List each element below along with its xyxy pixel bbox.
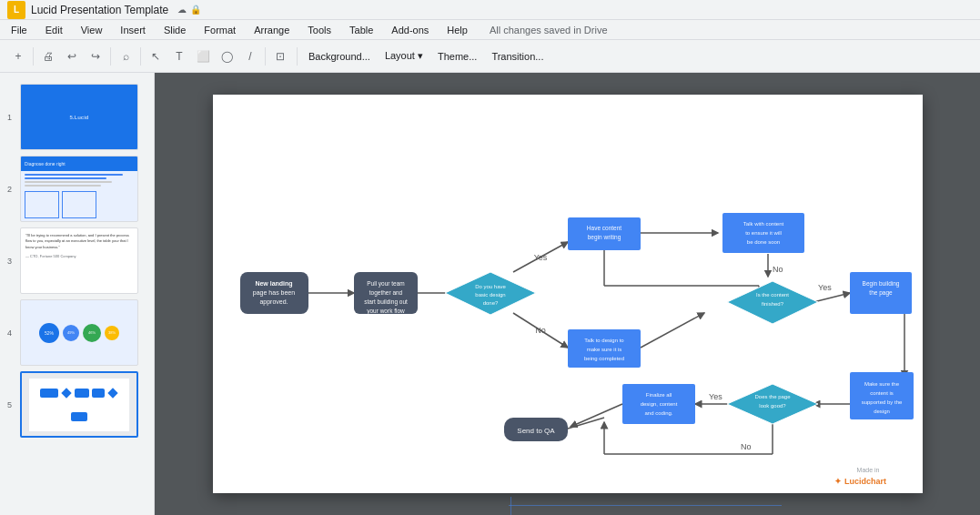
slide4-circle1: 52% (39, 323, 59, 343)
slide5-diamond2 (107, 388, 117, 398)
svg-text:page has been: page has been (252, 289, 294, 297)
svg-text:New landing: New landing (255, 280, 292, 288)
toolbar-layout-btn[interactable]: Layout ▾ (379, 45, 429, 67)
svg-text:Make sure the: Make sure the (864, 381, 899, 387)
svg-text:Talk to design to: Talk to design to (584, 338, 624, 343)
title-bar-icons: ☁ 🔒 (177, 5, 201, 15)
slide5-inner (29, 379, 129, 431)
svg-text:✦ Lucidchart: ✦ Lucidchart (834, 477, 886, 486)
slide-preview-2: Diagnose done right (20, 156, 138, 222)
menu-addons[interactable]: Add-ons (388, 23, 432, 37)
slide3-attribution: — CTO, Fortune 500 Company (25, 254, 133, 258)
slide2-header: Diagnose done right (25, 161, 66, 167)
svg-text:supported by the: supported by the (861, 399, 902, 405)
menu-slide[interactable]: Slide (160, 23, 189, 37)
svg-text:look good?: look good? (759, 403, 786, 409)
menu-arrange[interactable]: Arrange (250, 23, 293, 37)
toolbar-print-btn[interactable]: 🖨 (37, 45, 59, 67)
flowchart-svg: No Yes Yes (213, 95, 923, 493)
menu-format[interactable]: Format (200, 23, 239, 37)
menu-edit[interactable]: Edit (42, 23, 66, 37)
svg-text:Does the page: Does the page (754, 394, 791, 399)
slide-num-5: 5 (7, 400, 12, 409)
svg-text:Finalize all: Finalize all (645, 392, 671, 398)
slide2-line3 (25, 181, 112, 183)
menu-view[interactable]: View (77, 23, 106, 37)
main-content: 1 5.Lucid 2 Diagnose done right (0, 73, 980, 515)
toolbar-undo-btn[interactable]: ↩ (61, 45, 83, 67)
slide2-line4 (25, 185, 101, 187)
svg-text:the page: the page (869, 289, 893, 297)
slide-thumb-1[interactable]: 1 5.Lucid (20, 84, 138, 150)
title-bar: L Lucid Presentation Template ☁ 🔒 (0, 0, 980, 20)
slide-preview-3: "I'll be trying to recommend a solution,… (20, 227, 138, 294)
svg-text:content is: content is (870, 390, 894, 396)
svg-text:Have content: Have content (586, 225, 621, 231)
slide2-line2 (25, 177, 106, 179)
svg-text:Send to QA: Send to QA (517, 427, 555, 435)
slide-thumb-3[interactable]: 3 "I'll be trying to recommend a solutio… (20, 227, 138, 294)
toolbar-text-btn[interactable]: T (168, 45, 190, 67)
canvas-area: No Yes Yes (155, 73, 980, 515)
slide-preview-5 (20, 371, 138, 438)
toolbar-cursor-btn[interactable]: ↖ (145, 45, 167, 67)
toolbar-shape-btn[interactable]: ◯ (216, 45, 237, 67)
slide2-box1 (25, 191, 59, 218)
logo-letter: L (14, 5, 19, 15)
toolbar-line-btn[interactable]: / (239, 45, 261, 67)
toolbar-divider-2 (110, 47, 111, 66)
autosave-status: All changes saved in Drive (490, 25, 608, 35)
toolbar-image-btn[interactable]: ⬜ (192, 45, 214, 67)
toolbar-theme-btn[interactable]: Theme... (432, 45, 482, 67)
menu-help[interactable]: Help (443, 23, 471, 37)
svg-text:No: No (773, 265, 783, 274)
svg-text:design: design (874, 409, 890, 414)
menu-file[interactable]: File (7, 23, 31, 37)
svg-text:begin writing: begin writing (587, 234, 621, 241)
slide-num-2: 2 (7, 185, 12, 194)
toolbar-transition-btn[interactable]: Transition... (486, 45, 549, 67)
svg-text:approved.: approved. (259, 298, 288, 306)
slide4-circle4: 38% (105, 326, 119, 340)
menu-table[interactable]: Table (346, 23, 377, 37)
toolbar-expand-btn[interactable]: ⊡ (269, 45, 291, 67)
toolbar-divider-3 (140, 47, 141, 66)
svg-text:design, content: design, content (640, 401, 677, 407)
svg-text:make sure it is: make sure it is (586, 347, 621, 352)
svg-text:No: No (535, 326, 546, 335)
slide-num-3: 3 (7, 257, 12, 266)
svg-text:No: No (741, 442, 752, 451)
toolbar-divider-4 (265, 47, 266, 66)
toolbar-plus-btn[interactable]: + (7, 45, 29, 67)
svg-text:Do you have: Do you have (475, 284, 506, 289)
svg-text:be done soon: be done soon (746, 239, 779, 245)
slide-panel: 1 5.Lucid 2 Diagnose done right (0, 73, 155, 515)
svg-text:and coding.: and coding. (644, 410, 672, 416)
menu-bar: File Edit View Insert Slide Format Arran… (0, 20, 980, 40)
svg-text:start building out: start building out (364, 298, 408, 306)
toolbar-redo-btn[interactable]: ↪ (85, 45, 106, 67)
slide-thumb-4[interactable]: 4 52% 49% 46% 38% (20, 299, 138, 366)
slide4-circle3: 46% (83, 324, 101, 342)
svg-text:your work flow: your work flow (367, 308, 405, 315)
slide-thumb-5[interactable]: 5 (20, 371, 138, 438)
slide5-box2 (75, 389, 89, 398)
slide-thumb-2[interactable]: 2 Diagnose done right (20, 156, 138, 222)
toolbar-divider-1 (33, 47, 34, 66)
svg-text:Made in: Made in (856, 467, 879, 473)
svg-text:finished?: finished? (761, 301, 783, 307)
menu-tools[interactable]: Tools (304, 23, 335, 37)
slide-preview-1: 5.Lucid (20, 84, 138, 150)
slide4-circle2: 49% (63, 325, 79, 341)
menu-insert[interactable]: Insert (116, 23, 149, 37)
slide5-box3 (92, 389, 105, 398)
svg-text:Begin building: Begin building (862, 280, 899, 288)
toolbar-zoom-btn[interactable]: ⌕ (115, 45, 136, 67)
slide-preview-4: 52% 49% 46% 38% (20, 299, 138, 366)
svg-text:basic design: basic design (475, 292, 505, 298)
slide-canvas: No Yes Yes (213, 95, 923, 493)
svg-text:Is the content: Is the content (755, 292, 788, 298)
toolbar-left-group: + 🖨 ↩ ↪ ⌕ ↖ T ⬜ ◯ / ⊡ (7, 45, 291, 67)
cloud-icon: ☁ (177, 5, 187, 15)
toolbar-background-btn[interactable]: Background... (303, 45, 376, 67)
